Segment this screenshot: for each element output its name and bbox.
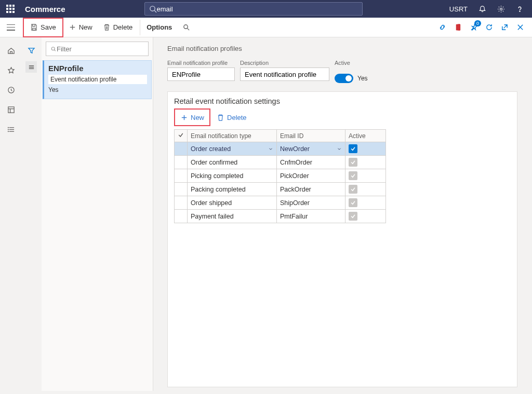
list-item-active: Yes	[48, 86, 147, 93]
cell-id[interactable]: PickOrder	[277, 169, 345, 183]
notification-settings-section: Retail event notification settings New D…	[167, 91, 517, 387]
filter-toggle[interactable]	[25, 45, 37, 56]
settings-button[interactable]	[493, 1, 509, 17]
list-icon	[7, 126, 15, 133]
cell-type[interactable]: Order confirmed	[188, 156, 277, 169]
cell-id[interactable]: CnfmOrder	[277, 156, 345, 169]
list-panel: ENProfile Event notification profile Yes	[42, 37, 153, 391]
profile-input[interactable]	[167, 67, 235, 81]
cell-id[interactable]: NewOrder	[277, 142, 345, 156]
search-input[interactable]	[157, 5, 358, 13]
svg-line-24	[55, 50, 56, 51]
checkbox[interactable]	[349, 144, 357, 153]
rail-favorite[interactable]	[5, 64, 17, 76]
user-label: USRT	[449, 5, 468, 13]
list-filter[interactable]	[46, 42, 149, 56]
cell-active[interactable]	[345, 210, 386, 223]
close-button[interactable]	[514, 22, 526, 33]
delete-label: Delete	[113, 23, 133, 31]
list-item[interactable]: ENProfile Event notification profile Yes	[43, 60, 152, 99]
filter-input[interactable]	[57, 45, 144, 53]
office-icon	[454, 23, 462, 31]
svg-line-7	[188, 28, 190, 30]
section-new-button[interactable]: New	[176, 111, 208, 124]
cell-active[interactable]	[345, 169, 386, 183]
app-launcher[interactable]	[0, 0, 21, 18]
profile-label: Email notification profile	[167, 60, 235, 66]
table-row[interactable]: Picking completedPickOrder	[175, 169, 386, 183]
cell-id[interactable]: ShipOrder	[277, 196, 345, 210]
cell-id[interactable]: PackOrder	[277, 183, 345, 196]
svg-point-3	[519, 11, 520, 11]
global-search[interactable]	[144, 2, 363, 16]
svg-point-6	[184, 25, 188, 29]
help-button[interactable]	[511, 1, 528, 17]
svg-line-1	[154, 10, 156, 12]
checkbox[interactable]	[349, 171, 357, 180]
new-label: New	[79, 23, 92, 31]
save-button[interactable]: Save	[25, 20, 61, 35]
trash-icon	[103, 23, 111, 31]
cell-type[interactable]: Packing completed	[188, 183, 277, 196]
cell-id[interactable]: PmtFailur	[277, 210, 345, 223]
table-row[interactable]: Order confirmedCnfmOrder	[175, 156, 386, 169]
funnel-icon	[28, 47, 35, 55]
list-view-toggle[interactable]	[25, 61, 37, 73]
row-selector[interactable]	[175, 210, 188, 223]
table-row[interactable]: Packing completedPackOrder	[175, 183, 386, 196]
refresh-button[interactable]	[483, 22, 495, 33]
row-selector[interactable]	[175, 196, 188, 210]
plus-icon	[180, 114, 188, 121]
cell-active[interactable]	[345, 142, 386, 156]
cell-type[interactable]: Order created	[188, 142, 277, 156]
cell-type[interactable]: Payment failed	[188, 210, 277, 223]
popout-button[interactable]	[499, 22, 510, 33]
cell-active[interactable]	[345, 196, 386, 210]
col-active[interactable]: Active	[345, 130, 386, 142]
find-button[interactable]	[177, 20, 195, 35]
office-button[interactable]	[452, 22, 463, 33]
attachments-button[interactable]: 0	[468, 22, 479, 33]
section-new-label: New	[191, 114, 204, 121]
row-selector[interactable]	[175, 142, 188, 156]
home-icon	[7, 47, 15, 55]
action-bar: Save New Delete Options 0	[0, 18, 532, 37]
delete-button[interactable]: Delete	[98, 20, 138, 35]
col-type[interactable]: Email notification type	[188, 130, 277, 142]
options-button[interactable]: Options	[140, 20, 177, 35]
row-selector[interactable]	[175, 169, 188, 183]
desc-input[interactable]	[240, 67, 329, 81]
list-item-title: ENProfile	[48, 64, 147, 73]
active-text: Yes	[357, 75, 368, 82]
checkbox[interactable]	[349, 198, 357, 207]
popout-icon	[501, 23, 509, 31]
row-selector[interactable]	[175, 183, 188, 196]
notifications-button[interactable]	[474, 1, 490, 17]
svg-point-18	[8, 129, 8, 130]
col-id[interactable]: Email ID	[277, 130, 345, 142]
table-row[interactable]: Order shippedShipOrder	[175, 196, 386, 210]
nav-toggle[interactable]	[7, 24, 15, 31]
section-title: Retail event notification settings	[174, 97, 511, 105]
cell-type[interactable]: Order shipped	[188, 196, 277, 210]
table-row[interactable]: Order createdNewOrder	[175, 142, 386, 156]
rail-modules[interactable]	[5, 124, 17, 135]
checkbox[interactable]	[349, 212, 357, 221]
section-delete-button[interactable]: Delete	[212, 111, 251, 124]
main-content: Email notification profiles Email notifi…	[156, 37, 529, 391]
new-button[interactable]: New	[63, 20, 98, 35]
row-selector[interactable]	[175, 156, 188, 169]
link-button[interactable]	[436, 22, 448, 33]
rail-workspace[interactable]	[5, 104, 17, 115]
rail-recent[interactable]	[5, 84, 17, 96]
table-row[interactable]: Payment failedPmtFailur	[175, 210, 386, 223]
rail-home[interactable]	[5, 45, 17, 56]
cell-active[interactable]	[345, 183, 386, 196]
cell-type[interactable]: Picking completed	[188, 169, 277, 183]
col-select[interactable]	[175, 130, 188, 142]
checkbox[interactable]	[349, 185, 357, 194]
checkbox[interactable]	[349, 158, 357, 167]
active-toggle[interactable]	[335, 74, 353, 83]
cell-active[interactable]	[345, 156, 386, 169]
search-icon	[182, 23, 190, 31]
